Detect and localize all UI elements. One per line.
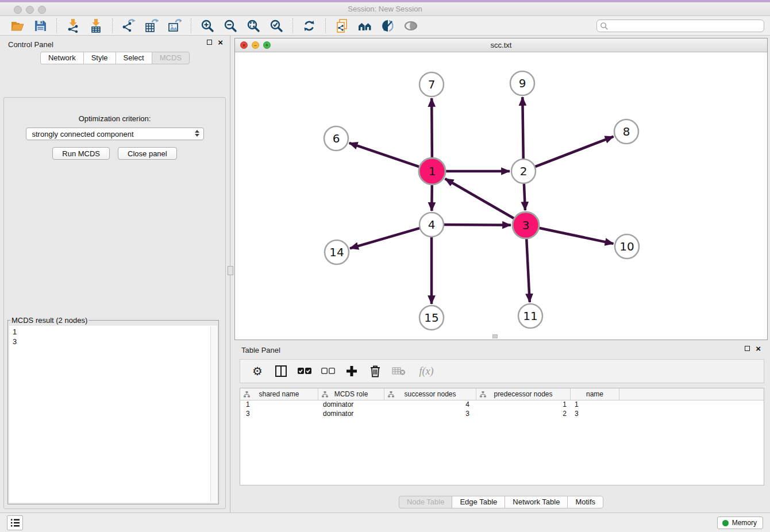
- float-table-panel-icon[interactable]: [745, 346, 750, 351]
- node-label-15: 15: [424, 311, 438, 325]
- canvas-scrollbar-thumb[interactable]: [492, 334, 498, 338]
- criterion-select[interactable]: strongly connected component: [26, 128, 204, 140]
- control-panel-tabs: NetworkStyleSelectMCDS: [0, 52, 230, 64]
- table-cell: 1: [476, 400, 571, 410]
- edge-1-7[interactable]: [432, 98, 432, 159]
- hierarchy-icon: [388, 391, 394, 398]
- task-history-button[interactable]: [7, 515, 23, 530]
- toolbar-separator: [325, 18, 326, 33]
- create-column-button[interactable]: [345, 364, 359, 378]
- import-network-button[interactable]: [63, 17, 83, 34]
- table-body: 1dominator4113dominator323: [240, 400, 764, 419]
- select-all-button[interactable]: [298, 364, 311, 378]
- table-cell: 3: [571, 410, 619, 419]
- criterion-value: strongly connected component: [32, 130, 134, 138]
- edge-2-8[interactable]: [534, 137, 614, 168]
- edge-2-3[interactable]: [524, 182, 525, 210]
- open-session-button[interactable]: [7, 17, 27, 34]
- result-scrollbar[interactable]: [210, 326, 217, 502]
- tab-select[interactable]: Select: [116, 52, 152, 64]
- zoom-fit-content-button[interactable]: [244, 17, 263, 34]
- mcds-result-fieldset: MCDS result (2 nodes) 13: [7, 316, 219, 504]
- close-panel-button[interactable]: Close panel: [118, 147, 177, 160]
- control-panel-title: Control Panel: [8, 40, 53, 49]
- tab-node-table[interactable]: Node Table: [399, 496, 452, 508]
- edge-4-14[interactable]: [350, 228, 421, 248]
- column-header-successor-nodes[interactable]: successor nodes: [384, 388, 476, 400]
- edge-1-4[interactable]: [432, 183, 432, 211]
- network-window-titlebar[interactable]: × − + scc.txt: [235, 38, 767, 52]
- table-row[interactable]: 3dominator323: [240, 410, 764, 419]
- show-columns-button[interactable]: [274, 364, 288, 378]
- export-image-icon: [168, 19, 182, 33]
- search-box[interactable]: [596, 20, 764, 32]
- zoom-out-button[interactable]: [221, 17, 240, 34]
- table-settings-button[interactable]: ⚙: [251, 364, 264, 378]
- save-session-button[interactable]: [30, 17, 50, 34]
- edge-2-9[interactable]: [522, 97, 523, 160]
- export-image-button[interactable]: [165, 17, 184, 34]
- edge-1-6[interactable]: [349, 143, 421, 167]
- tab-network-table[interactable]: Network Table: [505, 496, 567, 508]
- column-header-predecessor-nodes[interactable]: predecessor nodes: [476, 388, 571, 400]
- delete-column-button[interactable]: [368, 364, 382, 378]
- save-disk-icon: [33, 19, 47, 33]
- hierarchy-icon: [322, 391, 328, 398]
- clone-network-button[interactable]: [332, 17, 352, 34]
- edge-3-10[interactable]: [538, 228, 614, 244]
- hide-graphics-details-button[interactable]: [378, 17, 398, 34]
- table-panel: Table Panel × ⚙: [234, 342, 768, 510]
- zoom-selected-icon: [270, 19, 283, 33]
- zoom-fit-icon: [247, 19, 260, 33]
- network-canvas[interactable]: 7968124314101511: [235, 52, 767, 340]
- column-header-shared-name[interactable]: shared name: [240, 388, 318, 400]
- result-line: 1: [13, 327, 214, 337]
- run-mcds-button[interactable]: Run MCDS: [52, 147, 110, 160]
- show-hide-button[interactable]: [401, 17, 421, 34]
- list-icon: [10, 518, 20, 527]
- column-header-label: successor nodes: [404, 390, 456, 398]
- tab-edge-table[interactable]: Edge Table: [452, 496, 505, 508]
- search-icon: [600, 22, 609, 30]
- toolbar-separator: [56, 18, 57, 33]
- tab-mcds[interactable]: MCDS: [152, 52, 190, 64]
- column-header-MCDS-role[interactable]: MCDS role: [318, 388, 384, 400]
- column-header-name[interactable]: name: [571, 388, 619, 400]
- zoom-in-button[interactable]: [198, 17, 217, 34]
- function-builder-button[interactable]: f(x): [415, 364, 437, 378]
- hierarchy-icon: [480, 391, 486, 398]
- mcds-panel: Optimization criterion: strongly connect…: [3, 97, 226, 509]
- edge-4-3[interactable]: [442, 225, 511, 225]
- export-table-button[interactable]: [142, 17, 161, 34]
- memory-label: Memory: [732, 519, 757, 527]
- import-table-button[interactable]: [86, 17, 106, 34]
- export-network-icon: [122, 19, 136, 33]
- tab-style[interactable]: Style: [83, 52, 116, 64]
- mcds-result-area[interactable]: 13: [9, 326, 217, 503]
- close-panel-icon[interactable]: ×: [218, 40, 223, 45]
- tab-motifs[interactable]: Motifs: [567, 496, 603, 508]
- status-bar: Memory: [0, 512, 770, 532]
- apply-preferred-layout-button[interactable]: [299, 17, 319, 34]
- float-panel-icon[interactable]: [207, 40, 212, 45]
- memory-button[interactable]: Memory: [717, 516, 763, 529]
- toolbar-separator: [292, 18, 293, 33]
- export-table-icon: [145, 19, 159, 33]
- zoom-selected-button[interactable]: [267, 17, 286, 34]
- column-header-label: shared name: [259, 390, 299, 398]
- edge-3-1[interactable]: [445, 179, 515, 219]
- tab-network[interactable]: Network: [40, 52, 83, 64]
- table-row[interactable]: 1dominator411: [240, 400, 764, 410]
- search-input[interactable]: [609, 21, 764, 31]
- node-label-3: 3: [522, 218, 530, 232]
- export-network-button[interactable]: [119, 17, 138, 34]
- edge-3-11[interactable]: [526, 237, 530, 302]
- delete-table-button[interactable]: [392, 364, 406, 378]
- delete-table-icon: [392, 367, 406, 376]
- node-label-6: 6: [333, 132, 340, 145]
- plus-icon: [346, 365, 357, 377]
- splitter-handle[interactable]: [228, 266, 233, 275]
- close-table-panel-icon[interactable]: ×: [756, 346, 761, 351]
- deselect-all-button[interactable]: [321, 364, 335, 378]
- first-neighbors-button[interactable]: [355, 17, 375, 34]
